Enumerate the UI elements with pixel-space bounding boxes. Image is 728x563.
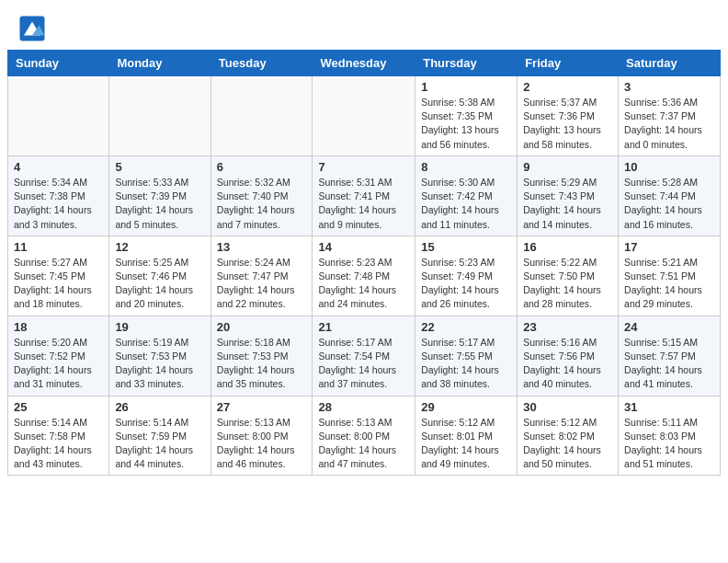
- calendar-cell: 3Sunrise: 5:36 AM Sunset: 7:37 PM Daylig…: [619, 76, 721, 156]
- day-info: Sunrise: 5:23 AM Sunset: 7:49 PM Dayligh…: [421, 256, 511, 312]
- day-number: 4: [14, 160, 103, 174]
- day-header-saturday: Saturday: [619, 51, 721, 76]
- calendar-cell: 11Sunrise: 5:27 AM Sunset: 7:45 PM Dayli…: [8, 236, 109, 316]
- calendar-cell: 15Sunrise: 5:23 AM Sunset: 7:49 PM Dayli…: [415, 236, 518, 316]
- calendar-cell: 8Sunrise: 5:30 AM Sunset: 7:42 PM Daylig…: [415, 155, 518, 236]
- day-header-wednesday: Wednesday: [313, 51, 415, 76]
- calendar-cell: [210, 76, 313, 156]
- calendar-cell: 26Sunrise: 5:14 AM Sunset: 7:59 PM Dayli…: [109, 396, 210, 476]
- day-number: 28: [318, 400, 409, 414]
- day-header-monday: Monday: [109, 51, 210, 76]
- day-number: 5: [115, 160, 204, 174]
- day-number: 29: [421, 400, 511, 414]
- day-info: Sunrise: 5:32 AM Sunset: 7:40 PM Dayligh…: [217, 176, 307, 232]
- day-number: 12: [115, 240, 204, 254]
- day-number: 25: [14, 400, 103, 414]
- logo-icon: [18, 15, 46, 42]
- day-info: Sunrise: 5:23 AM Sunset: 7:48 PM Dayligh…: [318, 256, 409, 312]
- calendar-cell: [313, 76, 415, 156]
- day-info: Sunrise: 5:15 AM Sunset: 7:57 PM Dayligh…: [624, 336, 714, 392]
- day-info: Sunrise: 5:25 AM Sunset: 7:46 PM Dayligh…: [115, 256, 204, 312]
- day-number: 31: [624, 400, 714, 414]
- day-info: Sunrise: 5:12 AM Sunset: 8:01 PM Dayligh…: [421, 416, 511, 472]
- day-number: 8: [421, 160, 511, 174]
- calendar-cell: 6Sunrise: 5:32 AM Sunset: 7:40 PM Daylig…: [210, 155, 313, 236]
- day-number: 2: [523, 80, 612, 94]
- day-info: Sunrise: 5:37 AM Sunset: 7:36 PM Dayligh…: [523, 96, 612, 152]
- day-number: 9: [523, 160, 612, 174]
- calendar-cell: 29Sunrise: 5:12 AM Sunset: 8:01 PM Dayli…: [415, 396, 518, 476]
- calendar-week-3: 11Sunrise: 5:27 AM Sunset: 7:45 PM Dayli…: [8, 236, 721, 316]
- day-info: Sunrise: 5:33 AM Sunset: 7:39 PM Dayligh…: [115, 176, 204, 232]
- day-number: 16: [523, 240, 612, 254]
- day-number: 10: [624, 160, 714, 174]
- day-number: 27: [217, 400, 307, 414]
- calendar-cell: 4Sunrise: 5:34 AM Sunset: 7:38 PM Daylig…: [8, 155, 109, 236]
- calendar-cell: 13Sunrise: 5:24 AM Sunset: 7:47 PM Dayli…: [210, 236, 313, 316]
- day-number: 21: [318, 320, 409, 334]
- day-number: 14: [318, 240, 409, 254]
- calendar-cell: 7Sunrise: 5:31 AM Sunset: 7:41 PM Daylig…: [313, 155, 415, 236]
- calendar-cell: [109, 76, 210, 156]
- day-header-thursday: Thursday: [415, 51, 518, 76]
- day-number: 6: [217, 160, 307, 174]
- day-header-friday: Friday: [518, 51, 619, 76]
- calendar-week-1: 1Sunrise: 5:38 AM Sunset: 7:35 PM Daylig…: [8, 76, 721, 156]
- day-number: 23: [523, 320, 612, 334]
- calendar-cell: 18Sunrise: 5:20 AM Sunset: 7:52 PM Dayli…: [8, 316, 109, 396]
- calendar-cell: 10Sunrise: 5:28 AM Sunset: 7:44 PM Dayli…: [619, 155, 721, 236]
- calendar-cell: 25Sunrise: 5:14 AM Sunset: 7:58 PM Dayli…: [8, 396, 109, 476]
- calendar-cell: 28Sunrise: 5:13 AM Sunset: 8:00 PM Dayli…: [313, 396, 415, 476]
- calendar-cell: 9Sunrise: 5:29 AM Sunset: 7:43 PM Daylig…: [518, 155, 619, 236]
- day-info: Sunrise: 5:38 AM Sunset: 7:35 PM Dayligh…: [421, 96, 511, 152]
- day-number: 24: [624, 320, 714, 334]
- day-info: Sunrise: 5:21 AM Sunset: 7:51 PM Dayligh…: [624, 256, 714, 312]
- day-info: Sunrise: 5:18 AM Sunset: 7:53 PM Dayligh…: [217, 336, 307, 392]
- page-header: [0, 0, 728, 50]
- day-info: Sunrise: 5:24 AM Sunset: 7:47 PM Dayligh…: [217, 256, 307, 312]
- day-info: Sunrise: 5:11 AM Sunset: 8:03 PM Dayligh…: [624, 416, 714, 472]
- calendar-cell: 17Sunrise: 5:21 AM Sunset: 7:51 PM Dayli…: [619, 236, 721, 316]
- day-info: Sunrise: 5:14 AM Sunset: 7:59 PM Dayligh…: [115, 416, 204, 472]
- calendar-cell: 2Sunrise: 5:37 AM Sunset: 7:36 PM Daylig…: [518, 76, 619, 156]
- day-info: Sunrise: 5:16 AM Sunset: 7:56 PM Dayligh…: [523, 336, 612, 392]
- day-number: 30: [523, 400, 612, 414]
- day-number: 15: [421, 240, 511, 254]
- day-number: 19: [115, 320, 204, 334]
- calendar-cell: 24Sunrise: 5:15 AM Sunset: 7:57 PM Dayli…: [619, 316, 721, 396]
- calendar-cell: 5Sunrise: 5:33 AM Sunset: 7:39 PM Daylig…: [109, 155, 210, 236]
- day-info: Sunrise: 5:17 AM Sunset: 7:55 PM Dayligh…: [421, 336, 511, 392]
- calendar-cell: 20Sunrise: 5:18 AM Sunset: 7:53 PM Dayli…: [210, 316, 313, 396]
- day-number: 22: [421, 320, 511, 334]
- calendar-week-2: 4Sunrise: 5:34 AM Sunset: 7:38 PM Daylig…: [8, 155, 721, 236]
- day-number: 7: [318, 160, 409, 174]
- day-header-tuesday: Tuesday: [210, 51, 313, 76]
- day-info: Sunrise: 5:22 AM Sunset: 7:50 PM Dayligh…: [523, 256, 612, 312]
- logo: [18, 15, 50, 42]
- day-info: Sunrise: 5:34 AM Sunset: 7:38 PM Dayligh…: [14, 176, 103, 232]
- day-info: Sunrise: 5:13 AM Sunset: 8:00 PM Dayligh…: [217, 416, 307, 472]
- calendar-cell: 27Sunrise: 5:13 AM Sunset: 8:00 PM Dayli…: [210, 396, 313, 476]
- calendar-cell: 1Sunrise: 5:38 AM Sunset: 7:35 PM Daylig…: [415, 76, 518, 156]
- calendar-cell: 14Sunrise: 5:23 AM Sunset: 7:48 PM Dayli…: [313, 236, 415, 316]
- day-info: Sunrise: 5:31 AM Sunset: 7:41 PM Dayligh…: [318, 176, 409, 232]
- day-number: 18: [14, 320, 103, 334]
- day-number: 26: [115, 400, 204, 414]
- calendar-cell: 12Sunrise: 5:25 AM Sunset: 7:46 PM Dayli…: [109, 236, 210, 316]
- calendar-cell: 30Sunrise: 5:12 AM Sunset: 8:02 PM Dayli…: [518, 396, 619, 476]
- calendar-week-5: 25Sunrise: 5:14 AM Sunset: 7:58 PM Dayli…: [8, 396, 721, 476]
- day-info: Sunrise: 5:19 AM Sunset: 7:53 PM Dayligh…: [115, 336, 204, 392]
- calendar-cell: [8, 76, 109, 156]
- day-info: Sunrise: 5:30 AM Sunset: 7:42 PM Dayligh…: [421, 176, 511, 232]
- day-info: Sunrise: 5:36 AM Sunset: 7:37 PM Dayligh…: [624, 96, 714, 152]
- calendar-cell: 23Sunrise: 5:16 AM Sunset: 7:56 PM Dayli…: [518, 316, 619, 396]
- day-info: Sunrise: 5:20 AM Sunset: 7:52 PM Dayligh…: [14, 336, 103, 392]
- calendar-cell: 21Sunrise: 5:17 AM Sunset: 7:54 PM Dayli…: [313, 316, 415, 396]
- calendar-cell: 22Sunrise: 5:17 AM Sunset: 7:55 PM Dayli…: [415, 316, 518, 396]
- calendar-cell: 19Sunrise: 5:19 AM Sunset: 7:53 PM Dayli…: [109, 316, 210, 396]
- day-info: Sunrise: 5:29 AM Sunset: 7:43 PM Dayligh…: [523, 176, 612, 232]
- day-info: Sunrise: 5:17 AM Sunset: 7:54 PM Dayligh…: [318, 336, 409, 392]
- day-number: 20: [217, 320, 307, 334]
- day-info: Sunrise: 5:27 AM Sunset: 7:45 PM Dayligh…: [14, 256, 103, 312]
- day-info: Sunrise: 5:14 AM Sunset: 7:58 PM Dayligh…: [14, 416, 103, 472]
